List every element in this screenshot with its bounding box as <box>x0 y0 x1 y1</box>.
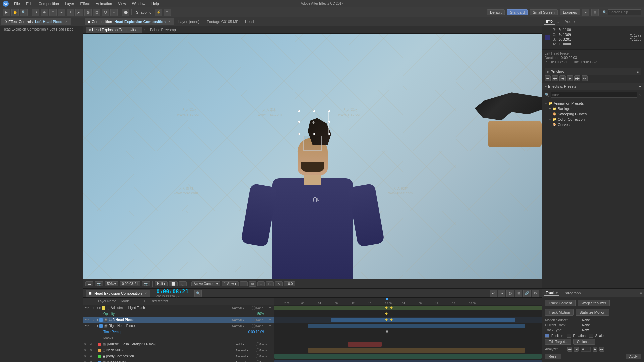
prev-prev[interactable]: ◀◀ <box>552 75 558 81</box>
prev-last[interactable]: ⏭ <box>582 75 588 81</box>
layer-4-mode[interactable]: Add ▾ <box>236 343 255 346</box>
switch-7[interactable] <box>256 360 260 362</box>
toggle-transparency[interactable]: ⬚ <box>179 281 187 286</box>
layer-6-mode[interactable]: Normal ▾ <box>236 355 255 358</box>
menu-help[interactable]: Help <box>149 1 162 6</box>
switch-3[interactable] <box>252 324 256 328</box>
prev-play[interactable]: ▶ <box>567 75 573 81</box>
tree-sweeping-curves[interactable]: 🎨 Sweeping Curves <box>542 111 644 117</box>
overlay-btn[interactable]: ⧉ <box>249 281 256 287</box>
tl-btn1[interactable]: ↩ <box>490 290 497 297</box>
masks-row[interactable]: Masks <box>83 335 274 341</box>
tree-color-correction[interactable]: ▼ 📁 Color Correction <box>542 117 644 122</box>
switch-6[interactable] <box>256 354 260 358</box>
selection-tool[interactable]: ▶ <box>3 9 10 16</box>
switch-5[interactable] <box>256 348 260 352</box>
layer-7-mode[interactable]: Normal ▾ <box>236 361 255 362</box>
clone-tool[interactable]: ◎ <box>84 9 92 16</box>
tl-btn2[interactable]: ↪ <box>498 290 505 297</box>
search-timeline[interactable]: 🔍 <box>194 290 202 297</box>
switch-2[interactable] <box>252 318 256 322</box>
text-tool[interactable]: T <box>67 9 74 16</box>
camera-select[interactable]: Active Camera ▾ <box>191 281 220 286</box>
track-motion-btn[interactable]: Track Motion <box>545 309 574 316</box>
layer-1-mode[interactable]: Normal ▾ <box>232 306 251 310</box>
rect-tool[interactable]: □ <box>49 9 57 16</box>
playhead[interactable] <box>387 298 387 305</box>
handle-tl[interactable] <box>298 110 300 112</box>
expand-arrow-1b[interactable]: ▶ <box>99 306 101 309</box>
roto-tool[interactable]: ⬡ <box>102 9 109 16</box>
handle-bl[interactable] <box>298 133 300 135</box>
snap-btn[interactable]: ⚡ <box>155 9 162 16</box>
effects-header[interactable]: ▶ Effects & Presets ≡ <box>542 83 644 90</box>
analyze-back[interactable]: ◀ <box>574 347 579 352</box>
reset-btn[interactable]: Reset <box>545 354 561 359</box>
timeline-close[interactable]: ✕ <box>144 292 147 295</box>
switch-1[interactable] <box>252 306 256 310</box>
tab-layer[interactable]: Layer (none) <box>175 18 203 25</box>
viewer-toggle[interactable]: ▬ <box>85 281 93 286</box>
layer-row-3[interactable]: 👁 ☀ 3 ▶ 🎬 Right Head Piece Normal ▾ <box>83 323 274 329</box>
handle-tr[interactable] <box>328 110 330 112</box>
analyze-fwd[interactable]: ▶ <box>593 347 597 352</box>
workspace-default[interactable]: Default <box>487 9 505 15</box>
color-swatch[interactable] <box>545 35 550 40</box>
tracker-menu[interactable]: ≡ <box>640 291 642 295</box>
transform-handles[interactable]: ✛ <box>299 111 329 134</box>
edit-target-btn[interactable]: Edit Target... <box>545 339 571 345</box>
search-input[interactable] <box>608 9 641 15</box>
preview-header[interactable]: ▶ Preview ≡ <box>545 68 641 75</box>
eye-icon-5[interactable]: 👁 <box>84 349 87 352</box>
eye-icon-7[interactable]: 👁 <box>84 361 87 362</box>
parent-dropdown-3[interactable]: ▾ <box>269 324 273 327</box>
prev-fwd[interactable]: ▶▶ <box>574 75 580 81</box>
tab-paragraph[interactable]: Paragraph <box>562 290 582 296</box>
timeline-tab[interactable]: ◼ Head Explosion Composition ✕ <box>86 290 150 297</box>
handle-bc[interactable] <box>313 133 315 135</box>
parent-dropdown-2[interactable]: ▾ <box>269 318 273 321</box>
opacity-value[interactable]: 50% <box>257 312 264 316</box>
switch-4[interactable] <box>256 342 260 346</box>
track-camera-btn[interactable]: Track Camera <box>545 300 576 306</box>
prev-first[interactable]: ⏮ <box>545 75 551 81</box>
scale-checkbox[interactable] <box>589 334 593 338</box>
brush-tool[interactable]: 🖌 <box>75 9 83 16</box>
workspace-expand[interactable]: » <box>582 9 589 16</box>
layer-5-mode[interactable]: Normal ▾ <box>236 349 255 352</box>
zoom-select[interactable]: 50% ▾ <box>105 281 118 286</box>
keyframe-tr[interactable] <box>386 330 388 333</box>
warp-stabilizer-btn[interactable]: Warp Stabilizer <box>578 300 610 306</box>
view-options[interactable]: ⊡ <box>240 281 248 286</box>
handle-tc[interactable] <box>313 110 315 112</box>
expand-arrow-1[interactable]: ▶ <box>97 306 99 309</box>
tl-btn3[interactable]: ◎ <box>506 290 514 297</box>
tab-audio[interactable]: Audio <box>562 19 577 25</box>
prev-back[interactable]: ◀ <box>559 75 566 81</box>
layer-2-mode[interactable]: Normal ▾ <box>232 318 251 322</box>
eraser-tool[interactable]: ◻ <box>93 9 100 16</box>
tab-close-icon[interactable]: ✕ <box>65 20 68 23</box>
timeremap-row[interactable]: Time Remap 0:00:10:09 <box>83 329 274 335</box>
menu-file[interactable]: File <box>11 1 23 6</box>
analyze-value-input[interactable] <box>581 347 591 352</box>
layer-row-1[interactable]: 👁 ☀ 1 ▶ ▶ ⬚ Adjustment Light Flash Norma… <box>83 305 274 311</box>
rotate-tool[interactable]: ↺ <box>32 9 39 16</box>
tree-animation-presets[interactable]: ▼ 📁 Animation Presets <box>542 101 644 106</box>
eye-icon-1[interactable]: 👁 <box>84 306 87 309</box>
menu-edit[interactable]: Edit <box>23 1 35 6</box>
analyze-back-back[interactable]: ◀◀ <box>567 347 572 352</box>
eye-icon-3[interactable]: 👁 <box>84 324 87 327</box>
timeline-tracks[interactable]: 2:00 08 04 08 12 16 09:00 04 08 12 16 10… <box>274 298 542 362</box>
menu-window[interactable]: Window <box>129 1 148 6</box>
menu-animation[interactable]: Animation <box>93 1 115 6</box>
solo-icon-1[interactable]: ☀ <box>87 306 89 309</box>
resolution-select[interactable]: Half ▾ <box>155 281 168 286</box>
handle-mr[interactable] <box>328 121 330 123</box>
options-btn[interactable]: Options... <box>573 339 595 345</box>
view-select[interactable]: 1 View ▾ <box>222 281 239 286</box>
eye-icon-6[interactable]: 👁 <box>84 355 87 358</box>
menu-layer[interactable]: Layer <box>62 1 77 6</box>
tab-info[interactable]: Info <box>544 18 555 25</box>
parent-dropdown-1[interactable]: ▾ <box>269 306 273 309</box>
